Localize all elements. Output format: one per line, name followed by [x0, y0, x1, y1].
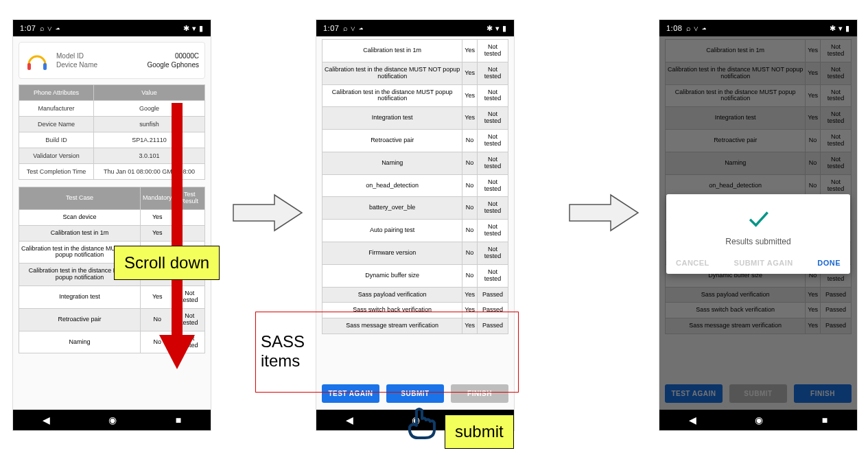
case-name: Integration test — [322, 107, 462, 130]
svg-marker-3 — [159, 335, 195, 369]
case-result: Not tested — [477, 197, 508, 220]
table-row: Integration testYesNot tested — [322, 107, 508, 130]
dialog-cancel-button[interactable]: CANCEL — [676, 259, 709, 267]
check-icon — [676, 207, 841, 231]
case-name: Integration test — [19, 286, 141, 309]
table-row: Retroactive pairNoNot tested — [322, 130, 508, 152]
svg-rect-2 — [172, 103, 183, 336]
case-name: Sass payload verification — [322, 287, 462, 303]
status-time: 1:08 — [666, 24, 682, 32]
case-result: Not tested — [477, 107, 508, 130]
case-name: Calibration test in 1m — [19, 225, 141, 241]
nav-back-icon[interactable]: ◀ — [689, 415, 696, 425]
nav-recent-icon[interactable]: ■ — [176, 415, 181, 425]
table-row: Firmware versionNoNot tested — [322, 242, 508, 265]
attr-header-key: Phone Attributes — [19, 85, 94, 101]
status-bar: 1:07 ⌕ ⋁ ☁ ✱ ▾ ▮ — [13, 20, 211, 36]
svg-marker-5 — [570, 195, 638, 231]
case-name: battery_over_ble — [322, 197, 462, 220]
case-name: on_head_detection — [322, 174, 462, 197]
table-row: battery_over_bleNoNot tested — [322, 197, 508, 220]
pointer-hand-icon — [403, 406, 441, 441]
case-name: Calibration test in the distance MUST po… — [322, 84, 462, 107]
svg-marker-4 — [233, 195, 302, 231]
case-mand: No — [462, 242, 478, 265]
model-id-label: Model ID — [56, 52, 84, 60]
case-name: Auto pairing test — [322, 220, 462, 242]
status-left-icons: ⌕ ⋁ ☁ — [686, 24, 707, 32]
scroll-down-annotation: Scroll down — [114, 246, 220, 280]
case-name: Scan device — [19, 209, 141, 225]
case-result: Not tested — [477, 62, 508, 84]
model-id-value: 00000C — [175, 52, 199, 60]
device-name-label: Device Name — [56, 61, 97, 69]
case-result: Not tested — [477, 220, 508, 242]
case-result: Not tested — [477, 84, 508, 107]
svg-rect-0 — [27, 63, 31, 70]
case-mand: No — [462, 152, 478, 174]
case-name: Firmware version — [322, 242, 462, 265]
nav-back-icon[interactable]: ◀ — [43, 415, 50, 425]
status-left-icons: ⌕ ⋁ ☁ — [40, 24, 60, 32]
case-result: Not tested — [477, 242, 508, 265]
nav-home-icon[interactable]: ◉ — [755, 415, 763, 425]
svg-rect-1 — [43, 63, 47, 70]
case-result: Not tested — [477, 40, 508, 62]
table-row: Calibration test in the distance MUST NO… — [322, 62, 508, 84]
table-row: Dynamic buffer sizeNoNot tested — [322, 264, 508, 287]
status-bar: 1:07 ⌕ ⋁ ☁ ✱ ▾ ▮ — [316, 20, 514, 36]
dialog-message: Results submitted — [676, 237, 841, 246]
table-row: Sass payload verificationYesPassed — [322, 287, 508, 303]
dialog-done-button[interactable]: DONE — [817, 259, 841, 267]
attr-key: Device Name — [19, 117, 94, 132]
sass-items-annotation: SASS items — [261, 332, 305, 370]
android-navbar: ◀ ◉ ■ — [13, 410, 211, 430]
device-card: Model ID 00000C Device Name Google Gphon… — [19, 42, 205, 79]
case-mand: No — [462, 264, 478, 287]
status-time: 1:07 — [20, 24, 36, 32]
status-right-icons: ✱ ▾ ▮ — [830, 24, 850, 33]
scroll-down-arrow — [156, 103, 198, 372]
case-name: Dynamic buffer size — [322, 264, 462, 287]
status-right-icons: ✱ ▾ ▮ — [183, 24, 204, 33]
status-bar: 1:08 ⌕ ⋁ ☁ ✱ ▾ ▮ — [659, 20, 857, 36]
case-name: Naming — [322, 152, 462, 174]
case-mand: No — [462, 220, 478, 242]
headphone-icon — [25, 48, 49, 73]
case-mand: Yes — [462, 287, 478, 303]
attr-key: Build ID — [19, 132, 94, 148]
dialog-submit-again-button[interactable]: SUBMIT AGAIN — [734, 259, 793, 267]
attr-header-val: Value — [94, 85, 205, 101]
table-row: NamingNoNot tested — [322, 152, 508, 174]
table-row: Auto pairing testNoNot tested — [322, 220, 508, 242]
device-name-value: Google Gphones — [147, 61, 199, 69]
attr-key: Validator Version — [19, 148, 94, 164]
table-row: on_head_detectionNoNot tested — [322, 174, 508, 197]
case-mand: No — [462, 130, 478, 152]
table-row: Calibration test in the distance MUST po… — [322, 84, 508, 107]
case-name: Calibration test in 1m — [322, 40, 462, 62]
case-name: Naming — [19, 331, 141, 353]
case-mand: No — [462, 174, 478, 197]
nav-back-icon[interactable]: ◀ — [346, 415, 353, 425]
phone-screenshot-3: 1:08 ⌕ ⋁ ☁ ✱ ▾ ▮ Calibration test in 1mY… — [659, 19, 858, 431]
results-submitted-dialog: Results submitted CANCEL SUBMIT AGAIN DO… — [666, 194, 850, 274]
case-header-name: Test Case — [19, 187, 141, 210]
case-result: Not tested — [477, 174, 508, 197]
status-time: 1:07 — [323, 24, 339, 32]
nav-home-icon[interactable]: ◉ — [108, 415, 117, 425]
attr-key: Manufacturer — [19, 101, 94, 117]
case-result: Not tested — [477, 130, 508, 152]
test-cases-table: Calibration test in 1mYesNot testedCalib… — [322, 39, 508, 334]
flow-arrow-1 — [231, 192, 306, 233]
case-name: Retroactive pair — [19, 308, 141, 331]
submit-annotation: submit — [445, 415, 514, 449]
attr-key: Test Completion Time — [19, 164, 94, 180]
flow-arrow-2 — [567, 192, 642, 233]
case-name: Calibration test in the distance MUST NO… — [322, 62, 462, 84]
status-right-icons: ✱ ▾ ▮ — [486, 24, 507, 33]
case-result: Not tested — [477, 264, 508, 287]
case-name: Retroactive pair — [322, 130, 462, 152]
case-result: Passed — [477, 287, 508, 303]
nav-recent-icon[interactable]: ■ — [822, 415, 828, 425]
